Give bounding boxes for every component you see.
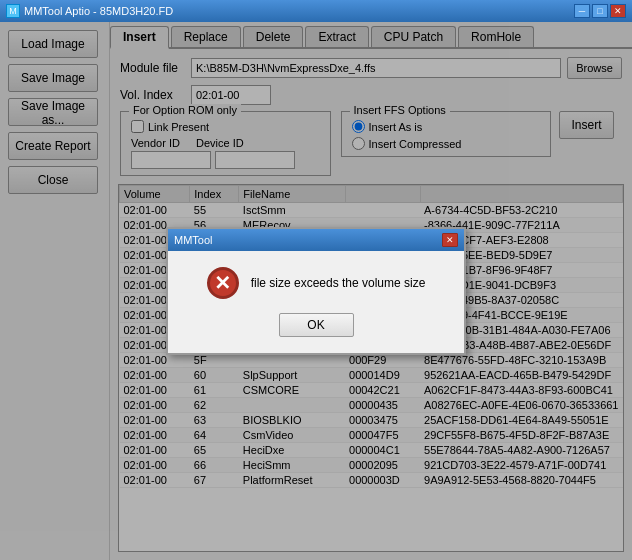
error-icon: ✕ — [207, 267, 239, 299]
modal-close-button[interactable]: ✕ — [442, 233, 458, 247]
modal-title: MMTool — [174, 234, 213, 246]
window-title: MMTool Aptio - 85MD3H20.FD — [24, 5, 173, 17]
modal-overlay: MMTool ✕ ✕ file size exceeds the volume … — [0, 22, 632, 560]
title-bar-left: M MMTool Aptio - 85MD3H20.FD — [6, 4, 173, 18]
title-bar: M MMTool Aptio - 85MD3H20.FD ─ □ ✕ — [0, 0, 632, 22]
modal-dialog: MMTool ✕ ✕ file size exceeds the volume … — [166, 227, 466, 355]
title-bar-controls: ─ □ ✕ — [574, 4, 626, 18]
modal-content-row: ✕ file size exceeds the volume size — [207, 267, 426, 299]
modal-message: file size exceeds the volume size — [251, 276, 426, 290]
minimize-button[interactable]: ─ — [574, 4, 590, 18]
maximize-button[interactable]: □ — [592, 4, 608, 18]
ok-button[interactable]: OK — [279, 313, 354, 337]
modal-titlebar: MMTool ✕ — [168, 229, 464, 251]
modal-body: ✕ file size exceeds the volume size OK — [168, 251, 464, 353]
app-icon: M — [6, 4, 20, 18]
close-window-button[interactable]: ✕ — [610, 4, 626, 18]
